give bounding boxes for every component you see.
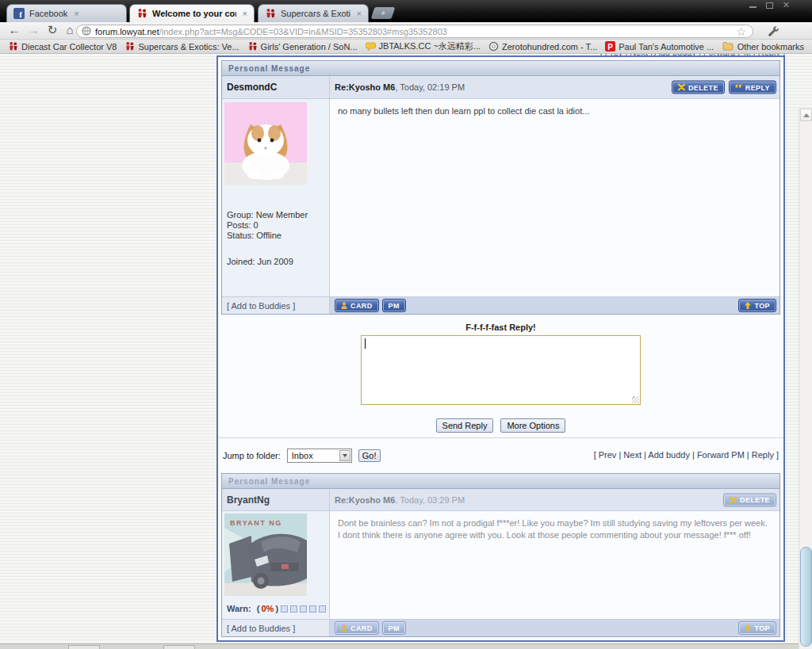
section-title: Personal Message <box>228 64 310 73</box>
quote-icon <box>735 84 742 90</box>
back-icon[interactable]: ← <box>6 23 22 36</box>
card-button[interactable]: CARD <box>335 299 379 312</box>
author-name: DesmondC <box>222 82 277 93</box>
bookmarks-bar: Diecast Car Collector V8 Supercars & Exo… <box>0 40 812 54</box>
tab-label: Supercars & Exotics: Version Te <box>281 9 350 18</box>
tab-control-panel[interactable]: Welcome to your control panel × <box>129 4 255 22</box>
bookmark-label: Girls' Generation / SoN... <box>261 42 358 52</box>
tab-close-icon[interactable]: × <box>74 10 79 17</box>
home-icon[interactable]: ⌂ <box>62 23 78 36</box>
zerotohundred-icon <box>488 41 499 52</box>
scroll-up-icon[interactable] <box>800 109 812 121</box>
reload-icon[interactable]: ↻ <box>44 23 60 37</box>
restore-icon[interactable] <box>766 2 773 9</box>
reply-button[interactable]: REPLY <box>729 81 776 94</box>
page-security-icon <box>82 25 91 39</box>
tab-label: Welcome to your control panel <box>152 9 236 18</box>
window-controls: ✕ <box>749 2 790 9</box>
section-title: Personal Message <box>228 477 310 486</box>
minimize-icon[interactable] <box>749 2 756 8</box>
send-reply-button[interactable]: Send Reply <box>436 418 494 433</box>
svg-text:f: f <box>19 10 22 19</box>
scrollbar-thumb[interactable] <box>800 547 812 647</box>
tab-facebook[interactable]: f Facebook × <box>6 4 127 22</box>
new-tab-button[interactable]: + <box>371 7 396 19</box>
personal-message-1: Personal Message DesmondC Re:Kyosho M6, … <box>221 60 780 315</box>
pm-nav-links[interactable]: [ Prev | Next | Add buddy | Forward PM |… <box>594 450 779 460</box>
jump-to-folder-label: Jump to folder: <box>223 451 281 460</box>
up-arrow-icon <box>745 302 751 309</box>
page-background: [ Prev | Next | Add buddy | Forward PM |… <box>0 54 812 649</box>
top-button[interactable]: TOP <box>738 621 776 635</box>
delete-button[interactable]: DELETE <box>723 493 776 506</box>
section-header: Personal Message <box>222 474 779 489</box>
resize-handle-icon[interactable] <box>632 396 639 403</box>
person-icon <box>341 624 347 632</box>
folder-selected-value: Inbox <box>292 451 313 460</box>
x-icon <box>730 496 737 503</box>
bookmark-label: Diecast Car Collector V8 <box>21 42 117 52</box>
bookmark-label: Supercars & Exotics: Ve... <box>138 42 239 52</box>
bookmark-paultan[interactable]: P Paul Tan's Automotive ... <box>605 41 714 52</box>
lowyat-icon <box>136 8 147 19</box>
tab-strip: f Facebook × Welcome to your control pan… <box>0 0 812 22</box>
delete-button[interactable]: DELETE <box>672 81 725 94</box>
lowyat-icon <box>8 41 18 52</box>
bookmark-diecast[interactable]: Diecast Car Collector V8 <box>8 41 117 52</box>
other-bookmarks-label: Other bookmarks <box>737 42 804 52</box>
bookmark-jbtalks[interactable]: JBTALKS.CC ~永远精彩... <box>366 40 481 52</box>
svg-text:P: P <box>607 43 613 52</box>
person-icon <box>341 302 347 309</box>
more-options-button[interactable]: More Options <box>500 418 565 433</box>
address-bar[interactable]: forum.lowyat.net/index.php?act=Msg&CODE=… <box>76 25 753 38</box>
bookmark-label: Paul Tan's Automotive ... <box>619 42 714 52</box>
settings-wrench-icon[interactable] <box>766 25 780 37</box>
bookmark-star-icon[interactable]: ☆ <box>736 25 746 38</box>
warn-level: Warn: (0%) <box>227 604 326 613</box>
warn-box-icon <box>319 605 326 613</box>
bookmark-supercars[interactable]: Supercars & Exotics: Ve... <box>124 41 239 52</box>
facebook-icon: f <box>13 8 25 19</box>
cutoff-button <box>68 645 100 649</box>
cutoff-button <box>163 645 195 649</box>
warn-box-icon <box>300 605 307 613</box>
text-caret <box>365 338 366 349</box>
close-icon[interactable]: ✕ <box>783 2 790 9</box>
card-button[interactable]: CARD <box>335 621 379 635</box>
warn-box-icon <box>290 605 297 613</box>
add-to-buddies-link[interactable]: [ Add to Buddies ] <box>222 301 295 311</box>
bookmark-label: JBTALKS.CC ~永远精彩... <box>379 40 481 52</box>
section-header: Personal Message <box>222 61 779 76</box>
chevron-down-icon <box>339 450 350 461</box>
cutoff-bottom-section <box>0 643 799 649</box>
warn-box-icon <box>281 605 288 613</box>
user-group: Group: New Member <box>227 210 308 220</box>
tab-close-icon[interactable]: × <box>243 10 247 17</box>
message-subject: Re:Kyosho M6, Today, 02:19 PM <box>330 82 465 92</box>
go-button[interactable]: Go! <box>358 449 381 462</box>
user-joined: Joined: Jun 2009 <box>227 257 308 267</box>
bookmark-girls-generation[interactable]: Girls' Generation / SoN... <box>247 41 358 52</box>
top-button[interactable]: TOP <box>738 299 776 312</box>
tab-supercars[interactable]: Supercars & Exotics: Version Te × <box>258 4 369 22</box>
forward-icon[interactable]: → <box>25 23 41 36</box>
pm-button[interactable]: PM <box>382 621 406 635</box>
lowyat-icon <box>124 41 135 52</box>
vertical-scrollbar[interactable] <box>799 108 812 649</box>
folder-select[interactable]: Inbox <box>287 449 352 463</box>
bookmark-zerotohundred[interactable]: Zerotohundred.com - T... <box>488 41 597 52</box>
warn-box-icon <box>309 605 316 613</box>
tab-label: Facebook <box>29 9 67 18</box>
add-to-buddies-link[interactable]: [ Add to Buddies ] <box>222 624 295 633</box>
personal-message-2: Personal Message BryantNg Re:Kyosho M6, … <box>221 473 780 637</box>
avatar-name-text: BRYANT NG <box>230 519 282 527</box>
forum-content-panel: Personal Message DesmondC Re:Kyosho M6, … <box>216 55 785 642</box>
author-name: BryantNg <box>222 494 270 506</box>
fast-reply-textarea[interactable] <box>361 335 641 405</box>
folder-icon <box>722 41 733 52</box>
message-body: no many bullets left then dun learn ppl … <box>330 99 779 124</box>
other-bookmarks-button[interactable]: Other bookmarks <box>722 40 804 54</box>
user-info: Group: New Member Posts: 0 Status: Offli… <box>227 210 308 267</box>
tab-close-icon[interactable]: × <box>357 10 362 17</box>
pm-button[interactable]: PM <box>382 299 406 312</box>
